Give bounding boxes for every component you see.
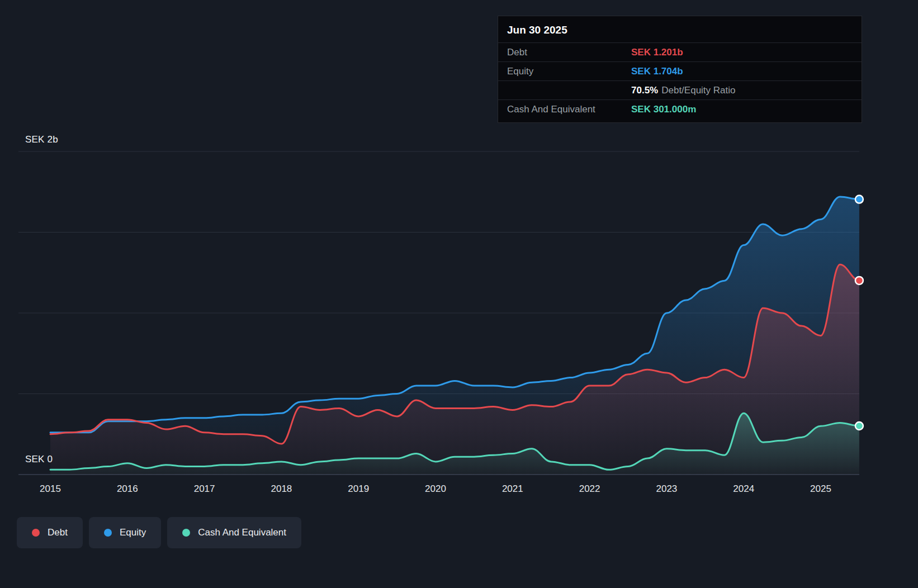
legend-equity-label: Equity [120,527,146,538]
tooltip-row-debt: Debt SEK 1.201b [498,43,862,62]
tooltip-equity-value: SEK 1.704b [631,66,683,77]
equity-series-dot-icon [104,529,112,537]
legend-item-cash[interactable]: Cash And Equivalent [167,517,301,548]
legend-item-equity[interactable]: Equity [89,517,161,548]
chart-tooltip: Jun 30 2025 Debt SEK 1.201b Equity SEK 1… [498,16,862,123]
y-axis-label-top: SEK 2b [25,134,58,145]
x-axis-label-2022: 2022 [579,483,600,494]
tooltip-date: Jun 30 2025 [498,16,862,43]
cash-and-equivalent-endpoint-marker[interactable] [855,422,863,430]
tooltip-ratio-label: Debt/Equity Ratio [661,85,735,96]
x-axis-label-2023: 2023 [656,483,677,494]
legend-debt-label: Debt [48,527,68,538]
x-axis-label-2018: 2018 [271,483,292,494]
cash-series-dot-icon [182,529,190,537]
tooltip-debt-value: SEK 1.201b [631,47,683,58]
x-axis-label-2016: 2016 [117,483,138,494]
x-axis-label-2021: 2021 [502,483,523,494]
legend-item-debt[interactable]: Debt [17,517,83,548]
tooltip-ratio-value: 70.5% [631,85,658,96]
tooltip-row-cash: Cash And Equivalent SEK 301.000m [498,100,862,119]
x-axis-label-2024: 2024 [733,483,754,494]
x-axis-label-2025: 2025 [810,483,831,494]
tooltip-equity-label: Equity [507,66,631,77]
tooltip-row-ratio: 70.5%Debt/Equity Ratio [498,81,862,100]
chart-legend: Debt Equity Cash And Equivalent [17,517,301,548]
tooltip-debt-label: Debt [507,47,631,58]
x-axis-label-2020: 2020 [425,483,446,494]
debt-series-dot-icon [32,529,40,537]
tooltip-row-equity: Equity SEK 1.704b [498,62,862,81]
tooltip-cash-label: Cash And Equivalent [507,104,631,115]
x-axis-label-2015: 2015 [40,483,61,494]
y-axis-label-bottom: SEK 0 [25,454,53,465]
debt-endpoint-marker[interactable] [855,277,863,284]
legend-cash-label: Cash And Equivalent [198,527,286,538]
equity-endpoint-marker[interactable] [855,196,863,203]
x-axis-label-2017: 2017 [194,483,215,494]
x-axis-label-2019: 2019 [348,483,369,494]
debt-equity-history-page: 2015201620172018201920202021202220232024… [0,0,918,588]
tooltip-cash-value: SEK 301.000m [631,104,696,115]
